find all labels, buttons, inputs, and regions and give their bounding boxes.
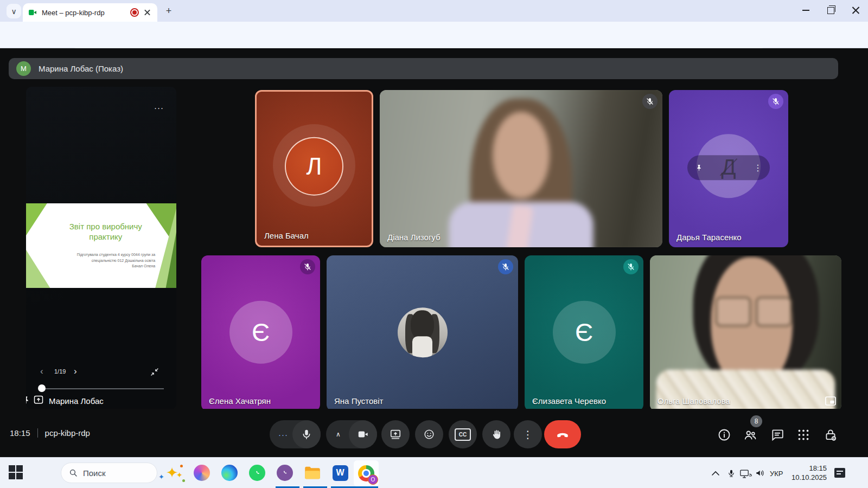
meet-page: M Марина Лобас (Показ) ··· Звіт про виро… [0, 48, 868, 457]
mic-icon [301, 428, 312, 440]
call-end-icon [556, 427, 570, 441]
participant-tile-yelyzaveta-cherevko[interactable]: Є Єлизавета Черевко [525, 255, 643, 411]
taskbar-app-copilot[interactable] [193, 464, 211, 482]
captions-button[interactable]: CC [449, 420, 477, 448]
presenting-icon [33, 395, 44, 406]
slide-title: Звіт про виробничу практику [53, 222, 158, 242]
avatar: Є [229, 300, 292, 363]
taskbar-app-viber[interactable] [276, 464, 294, 482]
raise-hand-icon [490, 428, 502, 440]
chevron-down-icon: ∨ [11, 7, 16, 16]
audio-options-button[interactable]: ··· [270, 430, 290, 439]
more-options-button[interactable]: ⋮ [514, 420, 542, 448]
presentation-footer: Марина Лобас [26, 395, 176, 409]
recording-indicator-icon [130, 8, 139, 17]
notification-center-icon[interactable] [834, 468, 845, 478]
chrome-profile-badge: O [368, 474, 378, 485]
pin-icon[interactable] [695, 163, 703, 172]
tray-network-icon[interactable] [740, 470, 752, 478]
tray-mic-icon[interactable] [727, 468, 736, 478]
slide-decor-shape [26, 203, 176, 288]
slide-decor-shape [26, 203, 176, 288]
file-explorer-icon [304, 466, 321, 480]
mic-control-pill: ··· [270, 420, 321, 448]
mic-off-badge [642, 94, 658, 109]
browser-toolbar: meet.google.com/pcp-kibp-rdp O ⋮ [0, 22, 868, 48]
participant-tile-diana-lyzohub[interactable]: Діана Лизогуб [380, 90, 662, 247]
tray-clock[interactable]: 18:15 10.10.2025 [788, 464, 827, 482]
participant-name: Ольга Шаповалова [658, 396, 730, 406]
presenter-name: Марина Лобас [49, 396, 104, 406]
tab-close-icon[interactable] [143, 8, 152, 17]
clock: 18:15 [10, 428, 30, 438]
raise-hand-button[interactable] [482, 420, 510, 448]
browser-tab[interactable]: Meet – pcp-kibp-rdp [23, 3, 157, 22]
collapse-icon[interactable] [150, 367, 159, 377]
kebab-icon: ⋮ [523, 428, 533, 441]
meet-favicon-icon [28, 8, 37, 17]
new-tab-button[interactable]: + [163, 5, 175, 17]
search-highlights-icon[interactable]: ✦✦✦ [158, 463, 186, 484]
participant-tile-yana-pustovit[interactable]: Яна Пустовіт [327, 255, 518, 411]
picture-in-picture-icon[interactable] [825, 396, 836, 406]
tray-chevron-up-icon[interactable] [712, 471, 719, 476]
windows-taskbar: Поиск ✦✦✦ W O УКР 18:15 10.10.2025 [0, 457, 868, 488]
chat-button[interactable] [770, 428, 784, 442]
people-button[interactable] [743, 428, 757, 442]
taskbar-search[interactable]: Поиск [61, 463, 157, 483]
host-controls-button[interactable] [824, 428, 838, 442]
taskbar-app-chrome-active[interactable]: O [354, 460, 379, 486]
tile-options-button[interactable]: ⋮ [754, 163, 762, 173]
window-minimize-button[interactable] [793, 0, 818, 21]
slider-handle[interactable] [38, 384, 46, 392]
word-icon: W [333, 465, 348, 481]
taskbar-app-edge[interactable] [220, 464, 239, 482]
presenting-banner: M Марина Лобас (Показ) [9, 58, 838, 79]
search-icon [69, 468, 78, 477]
camera-control-pill: ∧ [326, 420, 377, 448]
participant-tile-lena-bachal[interactable]: Л Лена Бачал [255, 90, 373, 247]
taskbar-app-whatsapp[interactable] [248, 464, 266, 482]
previous-slide-button[interactable]: ‹ [40, 366, 43, 377]
presentation-zoom-slider[interactable] [41, 388, 164, 389]
participant-name: Діана Лизогуб [387, 233, 441, 242]
shared-slide: Звіт про виробничу практику Підготувала … [26, 203, 176, 288]
participant-tile-yelena-khachatryan[interactable]: Є Єлена Хачатрян [201, 255, 320, 411]
reactions-button[interactable] [415, 420, 443, 448]
participant-name: Дарья Тарасенко [676, 233, 742, 242]
search-placeholder: Поиск [83, 468, 106, 478]
taskbar-app-explorer[interactable] [303, 464, 322, 482]
participant-name: Єлизавета Черевко [532, 396, 606, 406]
camera-button[interactable] [349, 420, 377, 448]
taskbar-app-word[interactable]: W [331, 464, 349, 482]
slide-decor-shape [26, 203, 176, 288]
presentation-tile[interactable]: ··· Звіт про виробничу практику Підготув… [26, 87, 176, 409]
slide-page-indicator: 1/19 [54, 368, 66, 375]
meeting-details-button[interactable] [717, 428, 731, 442]
video-options-button[interactable]: ∧ [326, 431, 343, 438]
mic-off-badge [768, 94, 783, 109]
edge-icon [221, 465, 238, 481]
present-button[interactable] [381, 420, 410, 448]
mic-button[interactable] [292, 420, 321, 448]
camera-icon [357, 428, 369, 440]
start-button[interactable] [9, 465, 23, 480]
tab-search-button[interactable]: ∨ [7, 4, 21, 18]
presentation-more-button[interactable]: ··· [154, 103, 164, 112]
next-slide-button[interactable]: › [74, 366, 77, 377]
activities-button[interactable] [796, 428, 810, 442]
tray-time: 18:15 [788, 464, 827, 473]
leave-call-button[interactable] [544, 420, 581, 448]
participant-name: Яна Пустовіт [334, 396, 383, 406]
window-restore-button[interactable] [818, 0, 843, 21]
slide-decor-shape [26, 203, 176, 288]
tray-volume-icon[interactable] [755, 468, 765, 478]
viber-icon [277, 465, 293, 481]
mic-off-badge [498, 259, 513, 274]
window-close-button[interactable] [843, 0, 868, 21]
slide-decor-shape [26, 203, 176, 288]
participant-tile-darya-tarasenko[interactable]: ⋮ Д Дарья Тарасенко [669, 90, 788, 247]
pin-icon [26, 395, 31, 406]
language-indicator[interactable]: УКР [770, 470, 783, 478]
participant-tile-olha-shapovalova[interactable]: Ольга Шаповалова [650, 255, 841, 411]
